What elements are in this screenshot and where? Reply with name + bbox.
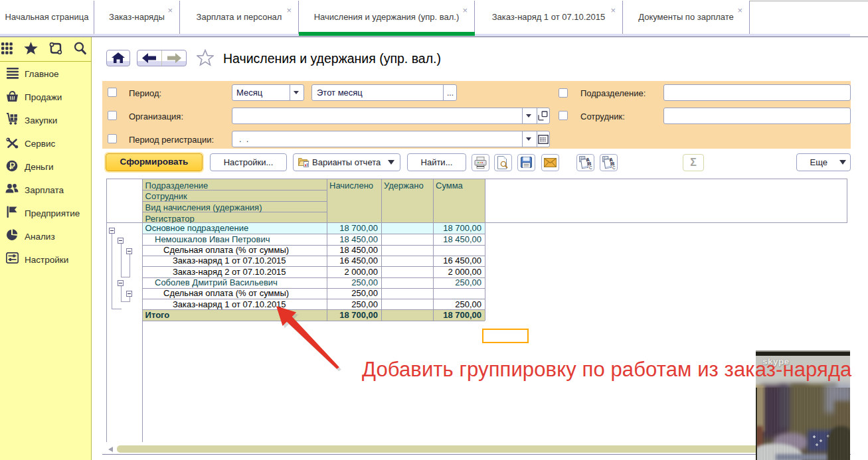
svg-text:C: C [589,165,592,170]
svg-text:C: C [612,165,616,170]
